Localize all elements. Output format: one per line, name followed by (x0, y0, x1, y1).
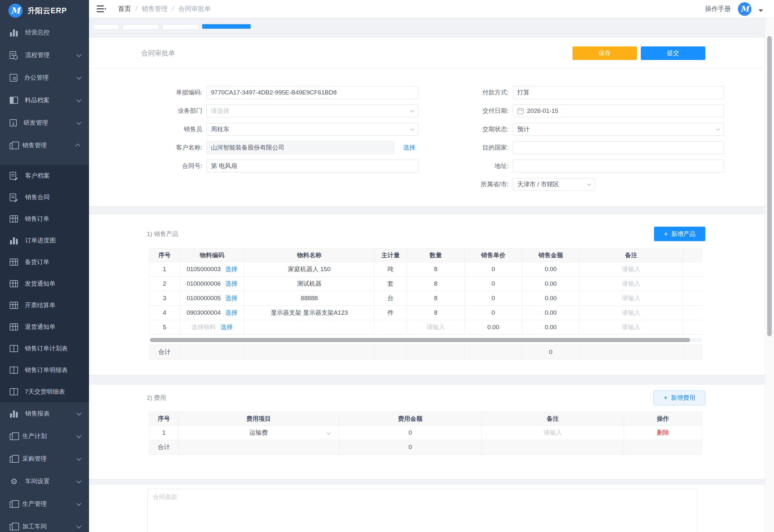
customer-name-input: 山河智能装备股份有限公司 (206, 141, 394, 154)
fee-row: 1 运输费 0 请输入 删除 (149, 426, 702, 440)
delivery-status-select[interactable]: 预计 (513, 123, 724, 136)
breadcrumb-home[interactable]: 首页 (118, 5, 131, 13)
bar-chart-icon (10, 237, 18, 244)
chevron-down-icon (327, 431, 331, 435)
sidebar-item-sales-order[interactable]: 销售订单 (0, 208, 89, 230)
note-cell[interactable]: 请输入 (580, 262, 683, 277)
salesman-select[interactable]: 周桂东 (206, 123, 418, 136)
sidebar-item-sales-order-detail[interactable]: 销售订单明细表 (0, 359, 89, 381)
delete-row-link[interactable]: 删除 (657, 429, 669, 436)
note-cell[interactable]: 请输入 (580, 306, 683, 320)
price-cell[interactable]: 0 (465, 306, 522, 320)
sidebar-item-shipping-notice[interactable]: 发货通知单 (0, 273, 89, 294)
note-cell[interactable]: 请输入 (482, 426, 624, 440)
add-fee-button[interactable]: +新增费用 (653, 390, 705, 405)
files-icon (10, 501, 15, 508)
collapse-sidebar-icon[interactable] (97, 5, 106, 13)
sidebar-item-sales-contract[interactable]: 销售合同 (0, 186, 89, 208)
note-cell[interactable]: 请输入 (580, 291, 683, 306)
material-select-link[interactable]: 选择 (225, 266, 237, 272)
material-select-link[interactable]: 选择 (225, 309, 237, 316)
qty-cell[interactable]: 请输入 (407, 320, 465, 335)
sidebar-item-operations-dashboard[interactable]: 经营总控 (0, 21, 89, 44)
chevron-down-icon[interactable] (759, 9, 763, 12)
horizontal-scrollbar-thumb[interactable] (150, 338, 690, 342)
tab-contract-approval[interactable]: 合同审批单 (202, 24, 251, 29)
horizontal-scrollbar[interactable] (149, 338, 702, 342)
qty-cell[interactable]: 8 (407, 291, 465, 306)
doc-code-input[interactable] (206, 86, 418, 99)
chevron-down-icon (76, 456, 82, 461)
material-select-link[interactable]: 选择 (221, 324, 233, 330)
sidebar-item-production-plan[interactable]: 生产计划 (0, 425, 89, 448)
vertical-scrollbar[interactable] (765, 18, 774, 532)
chevron-down-icon (76, 52, 82, 57)
sidebar-item-stock-order[interactable]: 备货订单 (0, 251, 89, 273)
qty-cell[interactable]: 8 (407, 262, 465, 277)
tab-sales-contract[interactable]: 销售合同 (162, 24, 199, 29)
price-cell[interactable]: 0.00 (465, 320, 522, 335)
sidebar-item-sales-order-plan[interactable]: 销售订单计划表 (0, 338, 89, 359)
dest-country-input[interactable] (513, 141, 724, 154)
material-select-link[interactable]: 选择 (225, 295, 237, 301)
table-icon (10, 215, 18, 222)
office-card-icon (10, 74, 17, 82)
province-select[interactable]: 天津市 / 市辖区 (513, 178, 595, 191)
fee-item-select[interactable]: 运输费 (179, 426, 339, 440)
chevron-down-icon (587, 182, 591, 186)
fees-total-amount: 0 (339, 440, 482, 455)
chevron-down-icon (716, 127, 720, 131)
breadcrumb-sales-mgmt[interactable]: 销售管理 (142, 5, 168, 13)
vertical-scrollbar-thumb[interactable] (767, 36, 772, 336)
qty-cell[interactable]: 8 (407, 306, 465, 320)
price-cell[interactable]: 0 (465, 291, 522, 306)
price-cell[interactable]: 0 (465, 277, 522, 291)
save-button[interactable]: 保存 (572, 46, 637, 60)
sidebar-item-office-mgmt[interactable]: 办公管理 (0, 66, 89, 89)
payment-method-input[interactable] (513, 86, 724, 99)
sidebar-item-purchase-mgmt[interactable]: 采购管理 (0, 448, 89, 470)
sidebar-item-rd-mgmt[interactable]: 研发管理 (0, 112, 89, 134)
products-summary-row: 合计 0 (149, 345, 703, 360)
sidebar-item-return-notice[interactable]: 退货通知单 (0, 316, 89, 338)
table-icon (10, 280, 18, 287)
manual-link[interactable]: 操作手册 (705, 5, 731, 13)
fees-section-title: 2) 费用 (147, 394, 166, 402)
products-summary-viewport: 合计 0 (149, 345, 702, 360)
submit-button[interactable]: 提交 (641, 46, 705, 60)
sidebar-item-materials-archive[interactable]: 料品档案 (0, 89, 89, 112)
fees-table-viewport: 序号费用项目费用金额 备注操作 1 运输费 0 请输入 删除 合计 (149, 412, 702, 455)
avatar[interactable]: M (738, 2, 751, 16)
note-cell[interactable]: 请输入 (580, 320, 683, 335)
sidebar-item-order-progress[interactable]: 订单进度图 (0, 230, 89, 251)
address-input[interactable] (513, 160, 724, 172)
tab-home[interactable]: 首页 (93, 24, 119, 29)
contract-terms-textarea[interactable] (147, 489, 697, 532)
sidebar-item-processing-workshop[interactable]: 加工车间 (0, 515, 89, 532)
note-cell[interactable]: 请输入 (580, 277, 683, 291)
customer-select-link[interactable]: 选择 (403, 143, 415, 152)
price-cell[interactable]: 0 (465, 262, 522, 277)
sidebar-item-sales-mgmt[interactable]: 销售管理 (0, 134, 89, 157)
materials-book-icon (10, 97, 18, 104)
top-bar: 首页 / 销售管理 / 合同审批单 操作手册 M (89, 0, 774, 18)
sidebar-item-process-mgmt[interactable]: 流程管理 (0, 44, 89, 66)
products-total-amount: 0 (522, 345, 580, 360)
sidebar-item-production-mgmt[interactable]: 生产管理 (0, 493, 89, 515)
table-icon (10, 259, 18, 266)
sidebar-item-customer-archive[interactable]: 客户档案 (0, 165, 89, 186)
qty-cell[interactable]: 8 (407, 277, 465, 291)
sidebar-item-invoice-settlement[interactable]: 开票结算单 (0, 294, 89, 316)
dept-select[interactable]: 请选择 (206, 104, 418, 117)
add-product-button[interactable]: +新增产品 (654, 227, 705, 241)
tab-customer-archive[interactable]: 客户档案 (122, 24, 159, 29)
plus-icon: + (663, 394, 668, 401)
sidebar-item-sales-report[interactable]: 销售报表 (0, 402, 89, 425)
contract-no-input[interactable] (206, 160, 418, 172)
fee-amount-cell[interactable]: 0 (339, 426, 482, 440)
material-select-link[interactable]: 选择 (225, 280, 237, 287)
sidebar-item-7day-delivery-detail[interactable]: 7天交货明细表 (0, 381, 89, 402)
sidebar-item-workshop-settings[interactable]: ⚙ 车间设置 (0, 470, 89, 493)
delivery-date-input[interactable]: 2026-01-15 (513, 104, 724, 117)
open-book-icon (10, 345, 18, 352)
